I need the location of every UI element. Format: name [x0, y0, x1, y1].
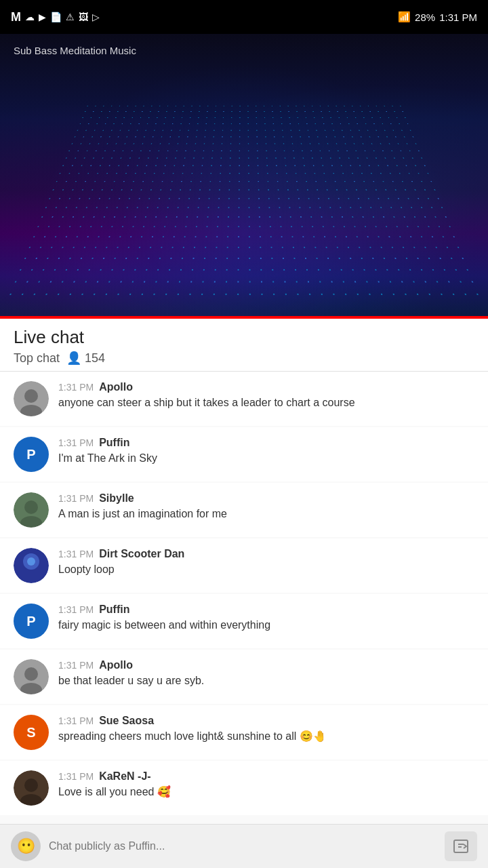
battery-text: 28%: [415, 12, 435, 23]
send-icon: [453, 838, 469, 854]
play-icon: ▷: [92, 12, 100, 22]
message-text: be that leader u say u are syb.: [58, 675, 204, 686]
chat-sub-header: Top chat 👤 154: [14, 351, 474, 366]
top-chat-label: Top chat: [14, 351, 60, 366]
message-time: 1:31 PM: [58, 660, 94, 671]
status-right-info: 📶 28% 1:31 PM: [398, 11, 477, 23]
message-author: Sue Saosa: [99, 715, 154, 727]
message-author: Apollo: [99, 381, 133, 393]
avatar: S: [14, 715, 49, 750]
svg-point-20: [24, 778, 38, 792]
message-meta: 1:31 PM Puffin: [58, 604, 474, 616]
message-meta: 1:31 PM Sibylle: [58, 492, 474, 505]
message-time: 1:31 PM: [58, 437, 94, 448]
message-meta: 1:31 PM Dirt Scooter Dan: [58, 548, 474, 560]
app-icon-m: M: [11, 10, 21, 24]
message-text: anyone can steer a ship but it takes a l…: [58, 397, 355, 408]
message-content: 1:31 PM KaReN -J- Love is all you need 🥰: [58, 770, 474, 800]
message-text: Love is all you need 🥰: [58, 786, 171, 797]
message-content: 1:31 PM Sue Saosa spreading cheers much …: [58, 715, 474, 744]
message-content: 1:31 PM Apollo anyone can steer a ship b…: [58, 381, 474, 410]
chat-message: P 1:31 PM Puffin I'm at The Ark in Sky: [0, 427, 488, 481]
wifi-icon: 📶: [398, 11, 411, 23]
message-content: 1:31 PM Dirt Scooter Dan Loopty loop: [58, 548, 474, 577]
chat-message: 1:31 PM Dirt Scooter Dan Loopty loop: [0, 538, 488, 593]
cloud-icon: ☁: [25, 12, 35, 22]
svg-point-15: [27, 557, 35, 566]
chat-panel: Live chat: [0, 319, 488, 868]
chat-message: 1:31 PM KaReN -J- Love is all you need 🥰: [0, 761, 488, 815]
chat-header: Live chat: [0, 319, 488, 372]
message-time: 1:31 PM: [58, 715, 94, 726]
message-content: 1:31 PM Sibylle A man is just an imagina…: [58, 492, 474, 521]
message-author: Apollo: [99, 659, 133, 671]
chat-message: 1:31 PM Apollo anyone can steer a ship b…: [0, 372, 488, 426]
video-background-pattern: [0, 103, 488, 305]
avatar: P: [14, 604, 49, 639]
live-chat-title: Live chat: [14, 327, 84, 348]
avatar: [14, 659, 49, 694]
message-time: 1:31 PM: [58, 604, 94, 615]
status-bar: M ☁ ▶ 📄 ⚠ 🖼 ▷ 📶 28% 1:31 PM: [0, 0, 488, 34]
time-display: 1:31 PM: [439, 12, 477, 23]
message-text: fairy magic is between and within everyt…: [58, 619, 270, 631]
chat-header-top: Live chat: [14, 327, 474, 348]
message-content: 1:31 PM Apollo be that leader u say u ar…: [58, 659, 474, 688]
message-author: Dirt Scooter Dan: [99, 548, 184, 560]
message-author: KaReN -J-: [99, 770, 150, 783]
progress-bar: [0, 316, 488, 319]
message-text: I'm at The Ark in Sky: [58, 452, 157, 464]
emoji-button[interactable]: 😶: [11, 831, 41, 861]
message-time: 1:31 PM: [58, 771, 94, 782]
message-text: Loopty loop: [58, 564, 115, 575]
message-author: Puffin: [99, 437, 129, 449]
message-time: 1:31 PM: [58, 382, 94, 393]
message-author: Puffin: [99, 604, 129, 616]
viewers-count: 👤 154: [66, 351, 105, 366]
message-meta: 1:31 PM Apollo: [58, 381, 474, 393]
message-meta: 1:31 PM Sue Saosa: [58, 715, 474, 727]
avatar: [14, 770, 49, 806]
chat-message: S 1:31 PM Sue Saosa spreading cheers muc…: [0, 705, 488, 760]
svg-point-17: [24, 667, 38, 681]
video-player[interactable]: Sub Bass Meditation Music: [0, 34, 488, 319]
header-icons: [458, 329, 474, 347]
chat-input[interactable]: [49, 840, 436, 852]
svg-point-11: [24, 500, 38, 514]
file-icon: 📄: [50, 12, 62, 22]
avatar: [14, 548, 49, 583]
message-author: Sibylle: [99, 492, 134, 505]
status-left-icons: M ☁ ▶ 📄 ⚠ 🖼 ▷: [11, 10, 100, 24]
message-text: spreading cheers much love light& sunshi…: [58, 730, 327, 742]
svg-point-8: [24, 389, 38, 403]
alert-icon: ⚠: [66, 12, 75, 22]
message-meta: 1:31 PM Puffin: [58, 437, 474, 449]
viewers-icon: 👤: [66, 351, 81, 366]
youtube-icon: ▶: [39, 12, 46, 22]
chat-message: 1:31 PM Sibylle A man is just an imagina…: [0, 483, 488, 537]
send-button[interactable]: [445, 831, 477, 861]
message-meta: 1:31 PM Apollo: [58, 659, 474, 671]
chat-message: P 1:31 PM Puffin fairy magic is between …: [0, 594, 488, 648]
message-time: 1:31 PM: [58, 493, 94, 504]
avatar: P: [14, 437, 49, 472]
viewers-number: 154: [85, 351, 105, 366]
video-title: Sub Bass Meditation Music: [14, 45, 136, 56]
message-time: 1:31 PM: [58, 549, 94, 559]
message-text: A man is just an imagination for me: [58, 508, 227, 519]
chat-message: 1:31 PM Apollo be that leader u say u ar…: [0, 650, 488, 704]
chat-input-bar: 😶: [0, 824, 488, 868]
message-meta: 1:31 PM KaReN -J-: [58, 770, 474, 783]
message-content: 1:31 PM Puffin fairy magic is between an…: [58, 604, 474, 633]
image-icon: 🖼: [79, 12, 88, 22]
avatar: [14, 381, 49, 416]
chat-messages-list: 1:31 PM Apollo anyone can steer a ship b…: [0, 372, 488, 815]
avatar: [14, 492, 49, 528]
message-content: 1:31 PM Puffin I'm at The Ark in Sky: [58, 437, 474, 466]
